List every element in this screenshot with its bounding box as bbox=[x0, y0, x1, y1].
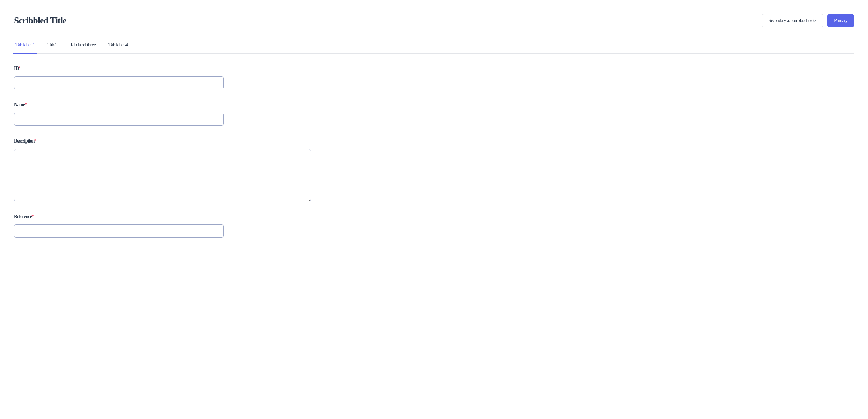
field-2-label: Name* bbox=[14, 102, 27, 108]
field-3-textarea[interactable] bbox=[14, 149, 311, 201]
required-indicator: * bbox=[19, 65, 21, 71]
field-group-3: Description* bbox=[14, 138, 854, 201]
required-indicator: * bbox=[32, 214, 34, 219]
header-actions: Secondary action placeholder Primary bbox=[762, 14, 854, 27]
secondary-button[interactable]: Secondary action placeholder bbox=[762, 14, 823, 27]
primary-button[interactable]: Primary bbox=[827, 14, 854, 27]
page-header: Scribbled Title Secondary action placeho… bbox=[14, 14, 854, 27]
tabs-bar: Tab label 1 Tab 2 Tab label three Tab la… bbox=[14, 38, 854, 54]
field-2-input[interactable] bbox=[14, 113, 224, 126]
field-3-label: Description* bbox=[14, 138, 36, 144]
tab-2[interactable]: Tab 2 bbox=[46, 38, 59, 53]
page-title: Scribbled Title bbox=[14, 15, 66, 26]
field-group-2: Name* bbox=[14, 101, 854, 126]
tab-3[interactable]: Tab label three bbox=[69, 38, 97, 53]
required-indicator: * bbox=[34, 138, 36, 144]
field-group-4: Reference* bbox=[14, 213, 854, 238]
field-1-label: ID* bbox=[14, 65, 21, 71]
field-4-input[interactable] bbox=[14, 224, 224, 238]
tab-4[interactable]: Tab label 4 bbox=[107, 38, 129, 53]
field-group-1: ID* bbox=[14, 65, 854, 89]
required-indicator: * bbox=[25, 102, 27, 107]
field-4-label: Reference* bbox=[14, 214, 34, 219]
tab-1[interactable]: Tab label 1 bbox=[14, 38, 36, 53]
field-1-input[interactable] bbox=[14, 76, 224, 89]
